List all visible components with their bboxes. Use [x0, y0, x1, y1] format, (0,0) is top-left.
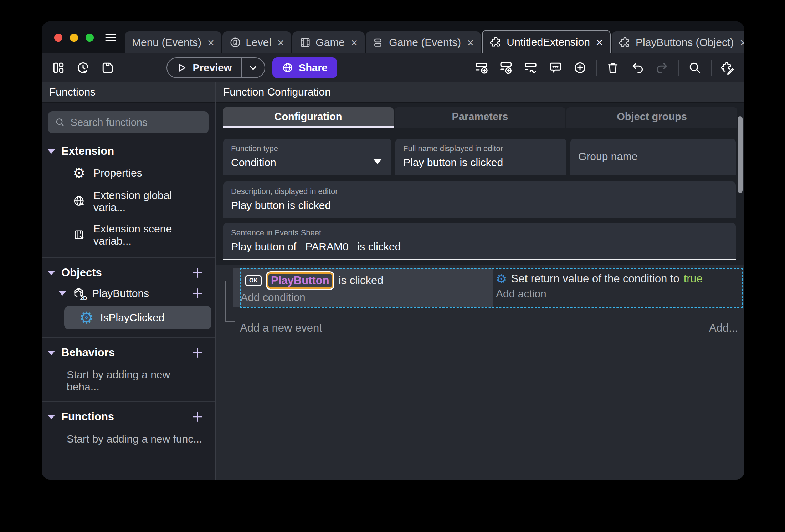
group-name-field[interactable]: [570, 139, 736, 175]
sidebar-item-isplayclicked[interactable]: ⚙? IsPlayClicked: [64, 306, 211, 329]
item-label: Properties: [93, 167, 142, 179]
add-new-event-button[interactable]: Add a new event: [240, 322, 322, 334]
puzzle-icon: [490, 36, 502, 48]
plus-icon: [191, 287, 204, 300]
collapse-triangle-icon[interactable]: [47, 415, 55, 419]
version-history-button[interactable]: [76, 60, 91, 75]
add-object-button[interactable]: [191, 266, 204, 280]
add-comment-button[interactable]: [548, 60, 563, 75]
tab-label: UntitledExtension: [507, 36, 590, 48]
tab-parameters[interactable]: Parameters: [395, 107, 565, 128]
tab-label: Menu (Events): [132, 36, 201, 48]
scene-variable-icon: [72, 229, 86, 241]
zoom-window-button[interactable]: [86, 34, 94, 42]
question-mark: ?: [84, 313, 89, 321]
functions-tree: Extension ⚙ Properties Extension global …: [42, 137, 215, 480]
collapse-triangle-icon[interactable]: [47, 271, 55, 275]
tab-untitled-extension[interactable]: UntitledExtension ×: [482, 30, 611, 53]
tab-object-groups[interactable]: Object groups: [566, 107, 737, 128]
page-title: Function Configuration: [223, 86, 331, 98]
configuration-tabs: Configuration Parameters Object groups: [223, 107, 737, 128]
section-label: Extension: [61, 145, 204, 158]
action-instruction[interactable]: ⚙ Set return value of the condition to t…: [493, 271, 743, 286]
conditions-cell[interactable]: OK PlayButton is clicked Add condition: [233, 268, 493, 307]
close-tab-icon[interactable]: ×: [207, 37, 214, 48]
minimize-window-button[interactable]: [70, 34, 78, 42]
tab-playbuttons-object[interactable]: PlayButtons (Object) ×: [612, 31, 744, 53]
section-head-functions[interactable]: Functions: [42, 406, 215, 427]
close-tab-icon[interactable]: ×: [351, 37, 358, 48]
field-value: Play button of _PARAM0_ is clicked: [231, 241, 728, 253]
add-subevent-button[interactable]: [499, 60, 514, 75]
share-button[interactable]: Share: [272, 57, 337, 78]
item-label: Extension global varia...: [93, 189, 204, 214]
preview-options-button[interactable]: [242, 63, 265, 72]
tab-game[interactable]: Game ×: [292, 31, 365, 53]
project-manager-button[interactable]: [51, 60, 66, 75]
preview-button[interactable]: Preview: [167, 62, 241, 74]
add-event-button[interactable]: [474, 60, 489, 75]
save-button[interactable]: [100, 60, 115, 75]
section-head-extension[interactable]: Extension: [42, 141, 215, 161]
group-name-input[interactable]: [578, 150, 728, 163]
delete-button[interactable]: [605, 60, 620, 75]
close-tab-icon[interactable]: ×: [740, 37, 744, 48]
collapse-triangle-icon[interactable]: [47, 351, 55, 355]
search-button[interactable]: [687, 60, 702, 75]
functions-sidebar: Functions Extension ⚙ Properties: [42, 82, 216, 480]
field-label: Function type: [231, 144, 384, 153]
add-object-function-button[interactable]: [191, 287, 204, 300]
add-condition-button[interactable]: Add condition: [233, 290, 493, 307]
description-field[interactable]: Description, displayed in editor Play bu…: [223, 181, 736, 218]
close-window-button[interactable]: [54, 34, 62, 42]
events-sheet: OK PlayButton is clicked Add condition ⚙…: [216, 265, 744, 480]
close-tab-icon[interactable]: ×: [467, 37, 474, 48]
add-more-button[interactable]: Add...: [709, 322, 738, 334]
search-input[interactable]: [71, 117, 202, 128]
selected-object-chip[interactable]: PlayButton: [267, 272, 333, 289]
actions-cell[interactable]: ⚙ Set return value of the condition to t…: [493, 268, 743, 307]
tab-configuration[interactable]: Configuration: [223, 107, 394, 128]
close-tab-icon[interactable]: ×: [596, 36, 603, 48]
sidebar-item-scene-variables[interactable]: Extension scene variab...: [42, 218, 215, 252]
tab-label: Level: [246, 36, 271, 48]
tab-label: Game (Events): [389, 36, 461, 48]
sidebar-item-playbuttons[interactable]: 2D PlayButtons: [42, 283, 215, 304]
plus-icon: [191, 346, 204, 359]
full-name-field[interactable]: Full name displayed in editor Play butto…: [395, 139, 566, 175]
tab-game-events[interactable]: Game (Events) ×: [366, 31, 481, 53]
section-extension: Extension ⚙ Properties Extension global …: [42, 137, 215, 257]
add-other-event-button[interactable]: [523, 60, 538, 75]
section-head-behaviors[interactable]: Behaviors: [42, 342, 215, 363]
sidebar-item-properties[interactable]: ⚙ Properties: [42, 161, 215, 185]
sidebar-item-global-variables[interactable]: Extension global varia...: [42, 185, 215, 218]
choose-event-button[interactable]: [573, 60, 588, 75]
section-label: Functions: [61, 410, 191, 423]
tab-menu-events[interactable]: Menu (Events) ×: [125, 31, 221, 53]
collapse-triangle-icon[interactable]: [59, 291, 66, 296]
collapse-triangle-icon[interactable]: [47, 149, 55, 154]
divider: [596, 60, 597, 76]
add-function-button[interactable]: [191, 410, 204, 424]
event-row[interactable]: OK PlayButton is clicked Add condition ⚙…: [233, 268, 743, 307]
preview-button-group: Preview: [166, 57, 265, 78]
main-menu-button[interactable]: [103, 31, 118, 44]
close-tab-icon[interactable]: ×: [277, 37, 284, 48]
tab-level[interactable]: Level ×: [222, 31, 291, 53]
vertical-scrollbar[interactable]: [738, 116, 743, 193]
gear-icon: ⚙: [72, 166, 86, 180]
behaviors-empty-hint: Start by adding a new beha...: [42, 363, 215, 396]
function-type-select[interactable]: Function type Condition: [223, 139, 391, 175]
add-behavior-button[interactable]: [191, 346, 204, 359]
section-head-objects[interactable]: Objects: [42, 262, 215, 283]
undo-button[interactable]: [630, 60, 645, 75]
add-action-button[interactable]: Add action: [493, 286, 743, 304]
edit-extension-button[interactable]: [720, 60, 735, 75]
ok-button-icon: OK: [245, 275, 262, 286]
condition-instruction[interactable]: OK PlayButton is clicked: [233, 271, 493, 290]
search-box[interactable]: [48, 111, 209, 133]
redo-button[interactable]: [655, 60, 669, 75]
field-value: Play button is clicked: [403, 157, 559, 169]
field-value: Condition: [231, 157, 384, 169]
sentence-field[interactable]: Sentence in Events Sheet Play button of …: [223, 223, 736, 260]
